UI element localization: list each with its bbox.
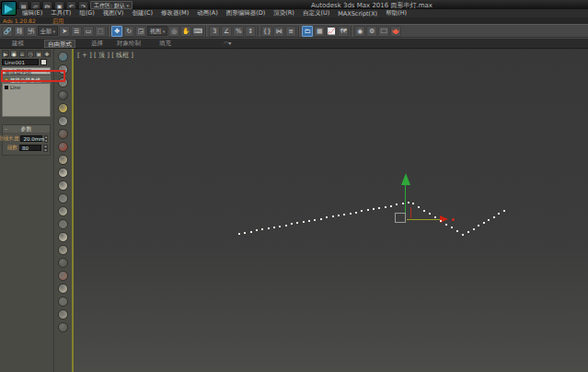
object-name-field[interactable]: Line001	[2, 59, 39, 65]
strip-icon-17[interactable]	[58, 271, 68, 281]
redo-icon[interactable]: ↷	[78, 1, 88, 9]
align-icon[interactable]: ≡	[285, 26, 296, 37]
spline-vertex-dot[interactable]	[314, 219, 316, 221]
selected-vertex-dot[interactable]	[452, 218, 455, 221]
spline-vertex-dot[interactable]	[373, 208, 375, 210]
spinner-snap-icon[interactable]: ↕	[245, 26, 256, 37]
select-link-icon[interactable]: 🔗	[2, 26, 13, 37]
tab-utilities[interactable]: ✚	[43, 50, 51, 57]
percent-snap-icon[interactable]: %	[233, 26, 244, 37]
pivot-center-icon[interactable]: ◎	[168, 26, 179, 37]
spline-vertex-dot[interactable]	[408, 202, 409, 203]
strip-icon-14[interactable]	[58, 232, 68, 242]
tab-create[interactable]: ▶	[2, 50, 9, 57]
spline-vertex-dot[interactable]	[296, 222, 298, 224]
angle-snap-icon[interactable]: ∠	[221, 26, 232, 37]
spline-vertex-dot[interactable]	[467, 231, 469, 233]
material-editor-icon[interactable]: ◉	[354, 26, 365, 37]
spline-vertex-dot[interactable]	[332, 215, 334, 217]
ribbon-toggle-icon[interactable]: ▦	[314, 26, 325, 37]
spinner-arrows[interactable]: ▴▾	[43, 145, 48, 151]
param-spinner-field[interactable]: 80	[19, 145, 41, 151]
snap-3d-icon[interactable]: 3	[209, 26, 220, 37]
spline-vertex-dot[interactable]	[390, 205, 392, 207]
select-object-icon[interactable]: ➤	[59, 26, 70, 37]
window-crossing-icon[interactable]: ⬚	[95, 26, 106, 37]
ribbon-tab-自由形式[interactable]: 自由形式	[44, 40, 75, 48]
ribbon-tab-选择[interactable]: 选择	[88, 40, 106, 48]
spline-vertex-dot[interactable]	[244, 232, 246, 234]
menu-组(G)[interactable]: 组(G)	[79, 9, 95, 17]
render-frame-icon[interactable]: 🖵	[378, 26, 389, 37]
save-icon[interactable]: ▣	[54, 1, 64, 9]
strip-icon-4[interactable]	[58, 103, 68, 113]
parameters-rollout-header[interactable]: 参数	[3, 125, 50, 133]
spline-vertex-dot[interactable]	[434, 216, 436, 218]
mirror-icon[interactable]: ⋈	[273, 26, 284, 37]
menu-MAXScript(X)[interactable]: MAXScript(X)	[338, 10, 377, 17]
gizmo-plane-handle[interactable]	[395, 213, 406, 223]
spline-vertex-dot[interactable]	[378, 207, 380, 209]
strip-icon-21[interactable]	[58, 322, 68, 332]
spline-vertex-dot[interactable]	[308, 220, 310, 222]
spline-vertex-dot[interactable]	[256, 229, 258, 231]
named-sets-icon[interactable]: {}	[261, 26, 272, 37]
strip-icon-12[interactable]	[58, 206, 68, 216]
curve-editor-icon[interactable]: 📈	[326, 26, 337, 37]
menu-渲染(R)[interactable]: 渲染(R)	[273, 9, 294, 17]
viewport-label[interactable]: [ + ] [ 顶 ] [ 线框 ]	[77, 51, 133, 60]
spline-vertex-dot[interactable]	[268, 227, 270, 229]
strip-icon-5[interactable]	[58, 116, 68, 126]
spline-vertex-dot[interactable]	[429, 213, 431, 215]
spline-vertex-dot[interactable]	[367, 209, 369, 211]
strip-icon-15[interactable]	[58, 245, 68, 255]
rect-region-icon[interactable]: ▭	[83, 26, 94, 37]
undo-icon[interactable]: ↶	[66, 1, 76, 9]
spline-vertex-dot[interactable]	[445, 224, 447, 226]
spline-vertex-dot[interactable]	[385, 206, 386, 208]
spinner-arrows[interactable]: ▴▾	[44, 135, 48, 142]
spline-vertex-dot[interactable]	[488, 219, 490, 221]
spline-vertex-dot[interactable]	[320, 218, 322, 220]
tab-hierarchy[interactable]: ≡	[18, 50, 26, 57]
spline-vertex-dot[interactable]	[478, 225, 479, 227]
max-logo-button[interactable]	[1, 1, 17, 16]
strip-icon-19[interactable]	[58, 296, 68, 307]
menu-grid-icon[interactable]: ▤	[18, 1, 29, 9]
strip-icon-7[interactable]	[58, 142, 68, 152]
spline-vertex-dot[interactable]	[418, 206, 420, 208]
tab-modify[interactable]: ◉	[10, 50, 17, 57]
manipulate-icon[interactable]: ✋	[180, 26, 191, 37]
spline-vertex-dot[interactable]	[250, 231, 252, 233]
ref-coord-dropdown[interactable]: 视图	[147, 26, 167, 36]
tab-display[interactable]: ▣	[35, 50, 42, 57]
param-spinner-field[interactable]: 20.0mm	[20, 135, 42, 142]
strip-icon-20[interactable]	[58, 309, 68, 320]
spline-vertex-dot[interactable]	[396, 203, 398, 205]
spline-vertex-dot[interactable]	[338, 215, 340, 216]
schematic-view-icon[interactable]: 🗺	[338, 26, 349, 37]
tab-motion[interactable]: ◷	[27, 50, 34, 57]
spline-vertex-dot[interactable]	[343, 214, 345, 215]
menu-工具(T)[interactable]: 工具(T)	[51, 9, 71, 17]
move-tool-icon[interactable]: ✥	[111, 26, 122, 37]
spline-vertex-dot[interactable]	[402, 203, 404, 204]
render-icon[interactable]: 🫖	[390, 26, 401, 37]
ribbon-minimize-icon[interactable]: ◠▾	[224, 40, 231, 46]
workspace-dropdown[interactable]: 工作区: 默认	[90, 1, 133, 9]
spline-vertex-dot[interactable]	[285, 225, 287, 227]
render-setup-icon[interactable]: ⚙	[366, 26, 377, 37]
strip-icon-8[interactable]	[58, 155, 68, 165]
spline-vertex-dot[interactable]	[238, 233, 240, 235]
ribbon-tab-填充[interactable]: 填充	[156, 40, 174, 48]
menu-创建(C)[interactable]: 创建(C)	[132, 9, 153, 17]
new-file-icon[interactable]: ▱	[30, 1, 40, 9]
selection-filter-dropdown[interactable]: 全部	[38, 26, 58, 36]
spline-vertex-dot[interactable]	[303, 221, 305, 223]
strip-icon-6[interactable]	[58, 129, 68, 139]
menu-帮助(H)[interactable]: 帮助(H)	[386, 9, 407, 17]
spline-vertex-dot[interactable]	[326, 216, 328, 218]
spline-vertex-dot[interactable]	[423, 210, 425, 212]
spline-vertex-dot[interactable]	[451, 227, 453, 228]
strip-icon-13[interactable]	[58, 219, 68, 229]
